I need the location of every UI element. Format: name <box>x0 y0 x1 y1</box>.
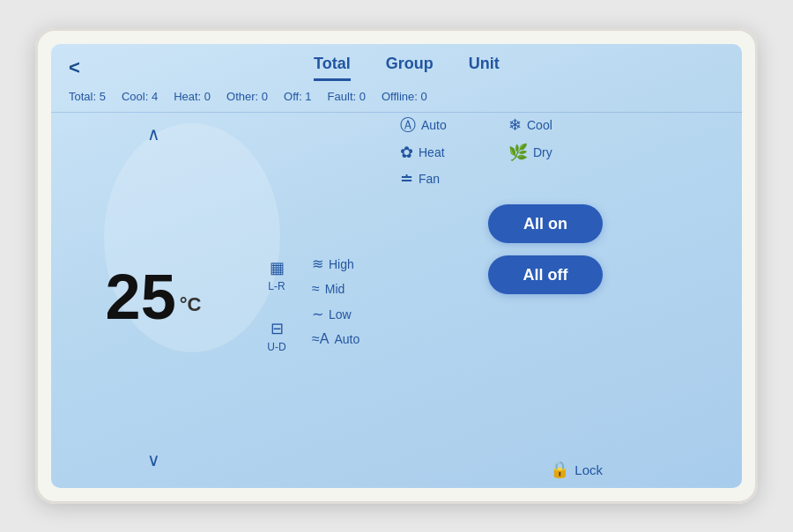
fan-auto-button[interactable]: ≈A Auto <box>312 331 391 347</box>
temp-value: 25 <box>106 265 176 329</box>
status-cool: Cool: 4 <box>122 90 158 103</box>
swing-ud-icon: ⊟ <box>271 319 284 338</box>
mode-grid: Ⓐ Auto ❄ Cool ✿ Heat 🌿 <box>400 115 603 188</box>
mode-fan-label: Fan <box>419 172 440 186</box>
fan-high-button[interactable]: ≋ High <box>312 255 391 272</box>
fan-mid-label: Mid <box>325 282 345 296</box>
temp-unit: °C <box>180 293 202 316</box>
lock-label: Lock <box>574 462 603 477</box>
device-frame: < Total Group Unit Total: 5 Cool: 4 Heat… <box>35 28 758 504</box>
fan-low-icon: ∼ <box>312 306 323 322</box>
swing-ud-button[interactable]: ⊟ U-D <box>241 319 312 353</box>
fan-auto-icon: ≈A <box>312 331 329 347</box>
mode-auto-label: Auto <box>421 118 447 132</box>
status-heat: Heat: 0 <box>174 90 211 103</box>
header: < Total Group Unit <box>51 44 742 83</box>
tab-group[interactable]: Group <box>386 55 434 81</box>
swing-ud-label: U-D <box>267 341 285 353</box>
mode-dry-button[interactable]: 🌿 Dry <box>508 143 603 162</box>
status-off: Off: 1 <box>284 90 312 103</box>
back-button[interactable]: < <box>69 53 89 83</box>
mode-cool-label: Cool <box>527 118 552 132</box>
status-fault: Fault: 0 <box>328 90 366 103</box>
temp-down-button[interactable]: ∨ <box>147 449 160 470</box>
mode-cool-button[interactable]: ❄ Cool <box>508 115 603 136</box>
mode-fan-button[interactable]: ≐ Fan <box>400 169 494 188</box>
divider <box>51 112 742 113</box>
mode-auto-button[interactable]: Ⓐ Auto <box>400 115 494 136</box>
lock-button[interactable]: 🔒 Lock <box>400 451 603 479</box>
tab-total[interactable]: Total <box>314 55 351 81</box>
nav-tabs: Total Group Unit <box>89 55 724 81</box>
fan-low-button[interactable]: ∼ Low <box>312 306 391 322</box>
fan-high-icon: ≋ <box>312 255 323 272</box>
tab-unit[interactable]: Unit <box>469 55 500 81</box>
right-section: Ⓐ Auto ❄ Cool ✿ Heat 🌿 <box>391 115 603 479</box>
action-buttons: All on All off <box>400 204 603 294</box>
mode-fan-icon: ≐ <box>400 169 413 188</box>
mode-heat-label: Heat <box>419 145 445 159</box>
status-total: Total: 5 <box>69 90 106 103</box>
temp-up-button[interactable]: ∧ <box>147 123 160 144</box>
mode-auto-icon: Ⓐ <box>400 115 416 136</box>
temperature-section: ∧ 25 °C ∨ <box>65 115 241 479</box>
swing-lr-label: L-R <box>268 280 285 292</box>
mode-heat-icon: ✿ <box>400 143 413 162</box>
fan-speed-column: ≋ High ≈ Mid ∼ Low ≈A Auto <box>312 115 391 479</box>
fan-low-label: Low <box>329 307 352 321</box>
all-off-button[interactable]: All off <box>488 255 603 294</box>
temp-display: 25 °C <box>106 265 202 329</box>
swing-lr-icon: ▦ <box>270 258 285 277</box>
fan-mid-button[interactable]: ≈ Mid <box>312 281 391 297</box>
lock-icon: 🔒 <box>550 460 569 479</box>
mode-dry-icon: 🌿 <box>508 143 528 162</box>
controls-section: ▦ L-R ⊟ U-D ≋ High ≈ M <box>241 115 728 479</box>
screen: < Total Group Unit Total: 5 Cool: 4 Heat… <box>51 44 742 488</box>
main-content: ∧ 25 °C ∨ ▦ L-R ⊟ U-D <box>51 115 742 488</box>
status-bar: Total: 5 Cool: 4 Heat: 0 Other: 0 Off: 1… <box>51 83 742 110</box>
fan-mid-icon: ≈ <box>312 281 320 297</box>
mode-heat-button[interactable]: ✿ Heat <box>400 143 494 162</box>
mode-cool-icon: ❄ <box>508 115 522 135</box>
status-offline: Offline: 0 <box>382 90 427 103</box>
all-on-button[interactable]: All on <box>488 204 603 243</box>
mode-dry-label: Dry <box>533 145 552 159</box>
fan-high-label: High <box>329 257 354 271</box>
swing-lr-button[interactable]: ▦ L-R <box>241 258 312 292</box>
fan-auto-label: Auto <box>334 332 359 346</box>
swing-column: ▦ L-R ⊟ U-D <box>241 115 312 479</box>
status-other: Other: 0 <box>226 90 268 103</box>
